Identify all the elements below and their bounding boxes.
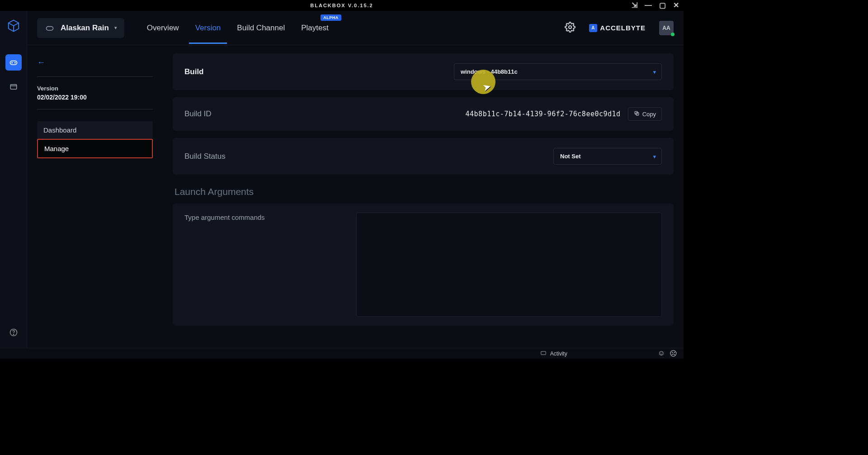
build-label: Build bbox=[184, 67, 204, 76]
close-icon[interactable]: ✕ bbox=[673, 2, 680, 9]
svg-point-8 bbox=[569, 26, 571, 28]
svg-rect-7 bbox=[47, 26, 53, 30]
activity-button[interactable]: Activity bbox=[550, 351, 567, 357]
main-tabs: Overview Version Build Channel Playtest … bbox=[147, 13, 329, 43]
copy-icon bbox=[634, 110, 640, 118]
back-button[interactable]: ← bbox=[37, 57, 45, 74]
svg-point-6 bbox=[13, 334, 14, 335]
nav-rail bbox=[0, 11, 27, 348]
build-id-label: Build ID bbox=[184, 109, 212, 118]
svg-rect-0 bbox=[10, 61, 17, 65]
copy-button[interactable]: Copy bbox=[628, 107, 662, 121]
build-id-card: Build ID 44b8b11c-7b14-4139-96f2-76c8ee0… bbox=[173, 97, 674, 131]
side-panel: ← Version 02/02/2022 19:00 Dashboard Man… bbox=[27, 45, 163, 348]
topbar: Alaskan Rain ▾ Overview Version Build Ch… bbox=[27, 11, 684, 45]
shrink-icon[interactable]: ⇲ bbox=[632, 2, 638, 9]
rail-item-window[interactable] bbox=[5, 79, 22, 95]
build-card: Build windows - 44b8b11c ▾ bbox=[173, 53, 674, 90]
rail-item-game[interactable] bbox=[5, 54, 22, 71]
build-status-card: Build Status Not Set ▾ bbox=[173, 138, 674, 175]
tab-overview[interactable]: Overview bbox=[147, 13, 179, 43]
chevron-down-icon: ▾ bbox=[114, 25, 117, 31]
main-content: Build windows - 44b8b11c ▾ Build ID 44b8… bbox=[163, 45, 684, 348]
chevron-down-icon: ▾ bbox=[653, 153, 656, 159]
app-logo[interactable] bbox=[7, 19, 20, 33]
keyboard-icon[interactable] bbox=[540, 350, 547, 357]
launch-args-input[interactable] bbox=[356, 213, 662, 317]
brand-logo: A ACCELBYTE bbox=[589, 24, 646, 32]
sidebar-item-dashboard[interactable]: Dashboard bbox=[37, 121, 153, 139]
settings-button[interactable] bbox=[565, 22, 576, 34]
build-id-value: 44b8b11c-7b14-4139-96f2-76c8ee0c9d1d bbox=[466, 110, 621, 118]
version-label: Version bbox=[37, 85, 153, 92]
user-avatar[interactable]: AA bbox=[659, 21, 674, 35]
rail-item-help[interactable] bbox=[5, 324, 22, 341]
project-name: Alaskan Rain bbox=[61, 24, 109, 33]
svg-rect-3 bbox=[10, 85, 17, 90]
svg-point-1 bbox=[12, 62, 12, 63]
build-status-label: Build Status bbox=[184, 152, 226, 161]
build-select[interactable]: windows - 44b8b11c ▾ bbox=[454, 63, 662, 80]
launch-args-heading: Launch Arguments bbox=[175, 186, 672, 197]
smile-icon[interactable]: ☺ bbox=[658, 349, 665, 358]
titlebar: BLACKBOX V.0.15.2 ⇲ — ▢ ✕ bbox=[0, 0, 684, 11]
status-bar: Activity ☺ ☹ bbox=[0, 348, 684, 359]
build-status-select[interactable]: Not Set ▾ bbox=[553, 148, 662, 165]
app-title: BLACKBOX V.0.15.2 bbox=[310, 3, 373, 8]
version-date: 02/02/2022 19:00 bbox=[37, 94, 153, 101]
controller-icon bbox=[44, 23, 55, 33]
svg-point-2 bbox=[14, 62, 15, 63]
svg-rect-11 bbox=[541, 351, 546, 355]
launch-args-label: Type argument commands bbox=[184, 213, 347, 317]
alpha-badge: ALPHA bbox=[321, 14, 341, 21]
project-selector[interactable]: Alaskan Rain ▾ bbox=[37, 18, 124, 38]
launch-args-card: Type argument commands bbox=[173, 204, 674, 326]
tab-playtest[interactable]: Playtest ALPHA bbox=[301, 13, 328, 43]
minimize-icon[interactable]: — bbox=[645, 2, 653, 9]
sidebar-item-manage[interactable]: Manage bbox=[37, 139, 153, 158]
chevron-down-icon: ▾ bbox=[653, 69, 656, 75]
brand-icon: A bbox=[589, 24, 597, 32]
tab-build-channel[interactable]: Build Channel bbox=[237, 13, 285, 43]
tab-version[interactable]: Version bbox=[195, 13, 221, 43]
maximize-icon[interactable]: ▢ bbox=[659, 2, 667, 9]
window-controls: ⇲ — ▢ ✕ bbox=[632, 2, 680, 9]
frown-icon[interactable]: ☹ bbox=[670, 349, 677, 358]
